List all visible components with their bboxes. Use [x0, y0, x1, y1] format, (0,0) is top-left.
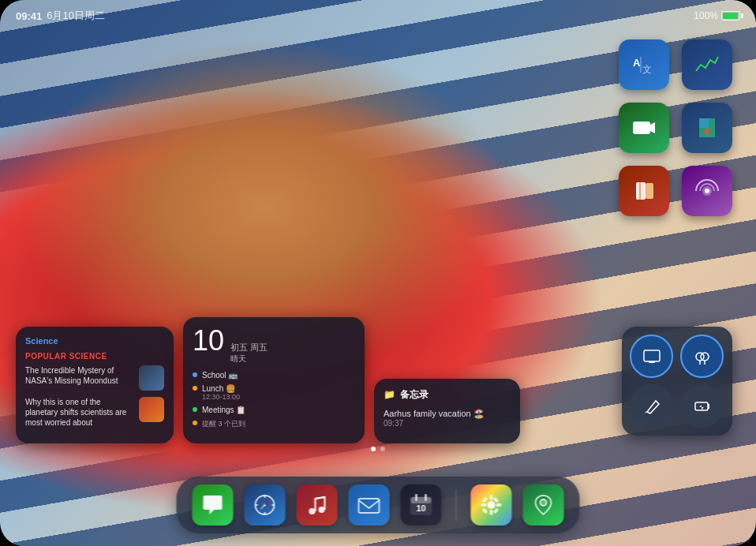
pagination-dot-2[interactable] — [380, 447, 385, 451]
reminders-folder-icon: 📁 — [384, 389, 395, 400]
control-center-widget[interactable] — [622, 327, 732, 436]
news-item-1: The Incredible Mystery of NASA's Missing… — [25, 365, 164, 391]
svg-rect-38 — [490, 495, 493, 500]
dock-separator — [456, 489, 457, 521]
status-right: 100% — [694, 10, 740, 21]
event-title-text-4: 提醒 3 个已到 — [202, 419, 245, 429]
pagination-dot-1[interactable] — [371, 447, 376, 451]
status-date: 6月10日周二 — [47, 9, 105, 23]
status-bar: 09:41 6月10日周二 100% — [16, 6, 740, 25]
event-dot-2 — [193, 386, 197, 391]
calendar-event-3: Meetings 📋 — [193, 406, 355, 414]
news-source: POPULAR SCIENCE — [25, 352, 164, 361]
news-text-2: Why this is one of the planetary shifts … — [25, 397, 133, 428]
svg-point-5 — [705, 129, 709, 133]
cc-screen-button[interactable] — [630, 335, 673, 378]
svg-point-46 — [541, 499, 547, 506]
battery-fill — [723, 13, 738, 19]
translate-icon[interactable]: A 文 — [619, 39, 669, 90]
calendar-event-4: 提醒 3 个已到 — [193, 419, 355, 429]
reminder-text-1: Aarhus family vacation 🏖️ — [384, 408, 511, 419]
stocks-icon[interactable] — [682, 39, 732, 90]
reminder-date-1: 09:37 — [384, 419, 511, 428]
calendar-event-2: Lunch 🍔 12:30-13:00 — [193, 384, 355, 401]
svg-rect-44 — [482, 508, 488, 514]
svg-point-14 — [701, 353, 709, 361]
svg-text:文: 文 — [642, 64, 652, 75]
svg-rect-43 — [493, 497, 500, 503]
svg-rect-11 — [644, 350, 660, 361]
cc-airpods-button[interactable] — [680, 335, 724, 378]
dock-calendar-icon[interactable]: 10 — [401, 484, 442, 525]
status-time: 09:41 — [16, 10, 42, 22]
dock-messages-icon[interactable] — [193, 484, 234, 525]
news-widget[interactable]: Science POPULAR SCIENCE The Incredible M… — [16, 327, 174, 443]
dock-photos-icon[interactable] — [471, 484, 512, 525]
calendar-day-number: 10 — [193, 327, 224, 355]
svg-point-28 — [309, 508, 316, 514]
calendar-event-1: School 🚌 — [193, 371, 355, 380]
widgets-area: Science POPULAR SCIENCE The Incredible M… — [16, 317, 520, 443]
svg-rect-42 — [482, 497, 488, 503]
svg-marker-4 — [650, 122, 655, 133]
status-left: 09:41 6月10日周二 — [16, 9, 105, 23]
dock-music-icon[interactable] — [297, 484, 338, 525]
svg-rect-7 — [639, 182, 641, 200]
maps-icon[interactable] — [682, 103, 732, 153]
svg-rect-3 — [633, 122, 650, 134]
reminders-header: 📁 备忘录 — [384, 388, 511, 402]
reminders-title: 备忘录 — [400, 388, 429, 402]
facetime-icon[interactable] — [619, 103, 669, 153]
event-time-2: 12:30-13:00 — [202, 393, 240, 401]
svg-point-10 — [705, 189, 709, 193]
svg-rect-40 — [481, 503, 487, 507]
svg-rect-8 — [646, 183, 653, 199]
svg-rect-12 — [649, 361, 655, 363]
event-info-3: Meetings 📋 — [202, 406, 245, 414]
books-icon[interactable] — [619, 166, 669, 216]
reminder-item-1: Aarhus family vacation 🏖️ 09:37 — [384, 408, 511, 428]
calendar-widget[interactable]: 10 初五 周五 晴天 School 🚌 Lunch 🍔 12:30-13:00 — [183, 317, 365, 443]
calendar-weather: 晴天 — [230, 353, 268, 365]
battery-icon — [721, 11, 740, 21]
news-thumb-1 — [139, 365, 164, 391]
app-icon-row-3 — [619, 166, 732, 216]
svg-rect-31 — [359, 499, 380, 513]
battery-text: 100% — [694, 10, 718, 21]
news-section-title: Science — [25, 336, 164, 346]
svg-line-30 — [316, 497, 325, 499]
calendar-header: 10 初五 周五 晴天 — [193, 327, 355, 365]
event-dot-4 — [193, 421, 197, 425]
svg-rect-41 — [496, 503, 502, 507]
svg-rect-33 — [411, 497, 432, 503]
event-title-text-1: School 🚌 — [202, 371, 238, 380]
svg-text:A: A — [633, 57, 641, 69]
svg-rect-39 — [490, 510, 493, 515]
podcasts-icon[interactable] — [682, 166, 732, 216]
event-dot-1 — [193, 372, 197, 377]
news-thumb-2 — [139, 397, 164, 422]
event-dot-3 — [193, 407, 197, 412]
svg-rect-21 — [708, 404, 709, 409]
dock: 10 — [177, 477, 580, 533]
dock-findmy-icon[interactable] — [523, 484, 564, 525]
reminders-widget[interactable]: 📁 备忘录 Aarhus family vacation 🏖️ 09:37 — [374, 379, 520, 443]
app-icon-row-1: A 文 — [619, 39, 732, 90]
event-title-text-2: Lunch 🍔 — [202, 384, 240, 393]
news-text-1: The Incredible Mystery of NASA's Missing… — [25, 365, 133, 386]
svg-point-37 — [488, 501, 496, 509]
calendar-weekday: 初五 周五 — [230, 342, 268, 353]
cc-pen-button[interactable] — [630, 384, 673, 428]
event-title-text-3: Meetings 📋 — [202, 406, 245, 414]
event-info-2: Lunch 🍔 12:30-13:00 — [202, 384, 240, 401]
dock-safari-icon[interactable] — [245, 484, 286, 525]
news-item-2: Why this is one of the planetary shifts … — [25, 397, 164, 428]
event-title-1: School 🚌 — [202, 371, 238, 380]
dock-mail-icon[interactable] — [349, 484, 390, 525]
app-icons-right: A 文 — [619, 39, 732, 216]
svg-point-29 — [319, 507, 325, 513]
svg-text:10: 10 — [416, 503, 425, 513]
ipad-frame: 09:41 6月10日周二 100% A 文 — [0, 0, 756, 546]
cc-charge-button[interactable] — [680, 384, 724, 428]
calendar-day-info: 初五 周五 晴天 — [230, 342, 268, 365]
